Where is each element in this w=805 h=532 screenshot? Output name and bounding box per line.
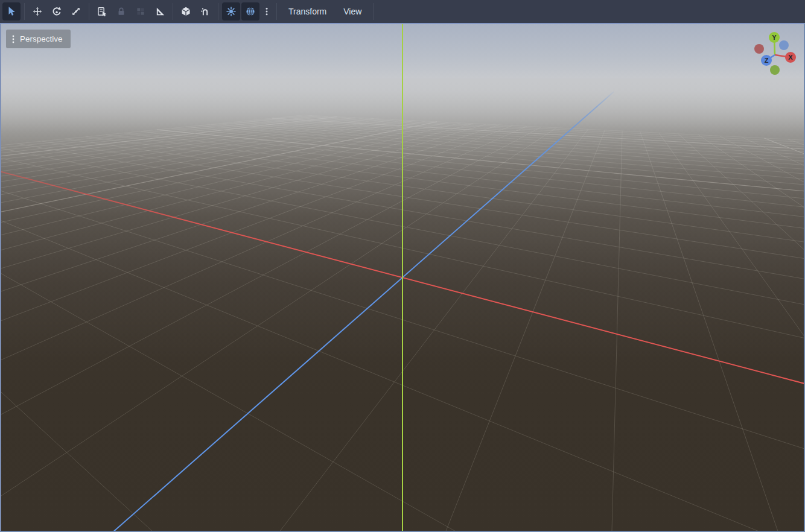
toolbar-separator — [24, 3, 25, 20]
gizmo-y-label: Y — [772, 34, 777, 41]
viewport-3d[interactable]: Perspective Y X Z — [0, 23, 805, 532]
snap-to-floor-button[interactable] — [196, 2, 214, 21]
gizmo-neg-z-ball[interactable] — [779, 40, 789, 50]
list-select-icon — [97, 6, 107, 17]
magnet-icon — [200, 6, 211, 17]
move-icon — [32, 6, 43, 17]
sun-icon — [226, 6, 237, 17]
toolbar-separator — [373, 3, 374, 20]
globe-icon — [245, 6, 256, 17]
rotate-icon — [51, 6, 62, 17]
group-button[interactable] — [132, 2, 150, 21]
preview-environment-button[interactable] — [241, 2, 259, 21]
kebab-menu-icon — [262, 6, 272, 17]
toolbar-separator — [89, 3, 89, 20]
gizmo-z-label: Z — [765, 57, 769, 64]
gizmo-neg-x-ball[interactable] — [754, 44, 764, 54]
group-icon — [135, 6, 146, 17]
lock-button[interactable] — [112, 2, 130, 21]
scale-icon — [71, 6, 81, 17]
ruler-triangle-icon — [154, 6, 165, 17]
list-select-tool-button[interactable] — [93, 2, 111, 21]
view-menu[interactable]: View — [335, 2, 370, 21]
toolbar-separator — [173, 3, 173, 20]
lock-icon — [116, 6, 127, 17]
select-tool-button[interactable] — [2, 2, 21, 21]
move-tool-button[interactable] — [28, 2, 46, 21]
godot-3d-editor: Transform View — [0, 0, 805, 532]
transform-menu[interactable]: Transform — [280, 2, 335, 21]
toolbar-separator — [276, 3, 277, 20]
scene-3d — [1, 24, 804, 531]
gizmo-neg-y-ball[interactable] — [770, 65, 780, 75]
scale-tool-button[interactable] — [67, 2, 85, 21]
rotate-tool-button[interactable] — [48, 2, 66, 21]
snap-toggle-button[interactable] — [177, 2, 195, 21]
toolbar-separator — [218, 3, 218, 20]
preview-sunlight-button[interactable] — [222, 2, 240, 21]
perspective-menu-button[interactable]: Perspective — [6, 30, 71, 48]
orientation-gizmo[interactable]: Y X Z — [735, 27, 801, 87]
more-options-button[interactable] — [261, 2, 273, 21]
kebab-menu-icon — [11, 34, 15, 45]
toolbar: Transform View — [0, 0, 805, 23]
ruler-tool-button[interactable] — [151, 2, 169, 21]
select-arrow-icon — [6, 6, 17, 17]
gizmo-x-label: X — [788, 54, 793, 61]
snap-cube-icon — [180, 6, 191, 17]
perspective-label: Perspective — [20, 34, 63, 43]
